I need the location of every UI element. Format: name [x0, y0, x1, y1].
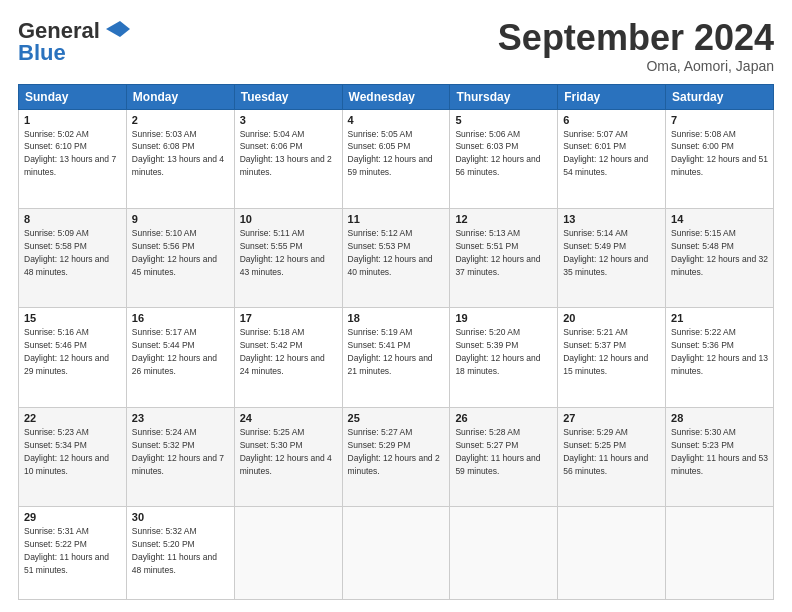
- day-number: 28: [671, 412, 768, 424]
- calendar-cell: 1 Sunrise: 5:02 AMSunset: 6:10 PMDayligh…: [19, 109, 127, 208]
- calendar-cell: 9 Sunrise: 5:10 AMSunset: 5:56 PMDayligh…: [126, 209, 234, 308]
- day-number: 6: [563, 114, 660, 126]
- header-tuesday: Tuesday: [234, 84, 342, 109]
- location: Oma, Aomori, Japan: [498, 58, 774, 74]
- day-number: 23: [132, 412, 229, 424]
- day-number: 18: [348, 312, 445, 324]
- day-info: Sunrise: 5:03 AMSunset: 6:08 PMDaylight:…: [132, 129, 224, 178]
- day-number: 10: [240, 213, 337, 225]
- day-number: 13: [563, 213, 660, 225]
- day-number: 11: [348, 213, 445, 225]
- day-number: 25: [348, 412, 445, 424]
- day-number: 8: [24, 213, 121, 225]
- day-number: 26: [455, 412, 552, 424]
- day-number: 1: [24, 114, 121, 126]
- day-info: Sunrise: 5:20 AMSunset: 5:39 PMDaylight:…: [455, 327, 540, 376]
- day-info: Sunrise: 5:15 AMSunset: 5:48 PMDaylight:…: [671, 228, 768, 277]
- calendar-cell: 16 Sunrise: 5:17 AMSunset: 5:44 PMDaylig…: [126, 308, 234, 407]
- calendar-cell: 27 Sunrise: 5:29 AMSunset: 5:25 PMDaylig…: [558, 407, 666, 506]
- calendar-cell: 14 Sunrise: 5:15 AMSunset: 5:48 PMDaylig…: [666, 209, 774, 308]
- calendar-cell: 21 Sunrise: 5:22 AMSunset: 5:36 PMDaylig…: [666, 308, 774, 407]
- svg-marker-0: [106, 21, 130, 37]
- day-info: Sunrise: 5:10 AMSunset: 5:56 PMDaylight:…: [132, 228, 217, 277]
- calendar-cell: 13 Sunrise: 5:14 AMSunset: 5:49 PMDaylig…: [558, 209, 666, 308]
- day-number: 16: [132, 312, 229, 324]
- day-info: Sunrise: 5:21 AMSunset: 5:37 PMDaylight:…: [563, 327, 648, 376]
- logo: General Blue: [18, 18, 132, 66]
- day-number: 19: [455, 312, 552, 324]
- month-title: September 2024: [498, 18, 774, 58]
- day-info: Sunrise: 5:02 AMSunset: 6:10 PMDaylight:…: [24, 129, 116, 178]
- day-info: Sunrise: 5:28 AMSunset: 5:27 PMDaylight:…: [455, 427, 540, 476]
- calendar-cell: 11 Sunrise: 5:12 AMSunset: 5:53 PMDaylig…: [342, 209, 450, 308]
- calendar-cell: [234, 507, 342, 600]
- calendar-cell: 20 Sunrise: 5:21 AMSunset: 5:37 PMDaylig…: [558, 308, 666, 407]
- calendar-cell: 15 Sunrise: 5:16 AMSunset: 5:46 PMDaylig…: [19, 308, 127, 407]
- day-info: Sunrise: 5:07 AMSunset: 6:01 PMDaylight:…: [563, 129, 648, 178]
- day-info: Sunrise: 5:30 AMSunset: 5:23 PMDaylight:…: [671, 427, 768, 476]
- calendar-cell: 23 Sunrise: 5:24 AMSunset: 5:32 PMDaylig…: [126, 407, 234, 506]
- day-info: Sunrise: 5:31 AMSunset: 5:22 PMDaylight:…: [24, 526, 109, 575]
- calendar-cell: [450, 507, 558, 600]
- calendar-cell: 29 Sunrise: 5:31 AMSunset: 5:22 PMDaylig…: [19, 507, 127, 600]
- day-number: 7: [671, 114, 768, 126]
- day-number: 27: [563, 412, 660, 424]
- day-info: Sunrise: 5:06 AMSunset: 6:03 PMDaylight:…: [455, 129, 540, 178]
- calendar-cell: 28 Sunrise: 5:30 AMSunset: 5:23 PMDaylig…: [666, 407, 774, 506]
- calendar-cell: 25 Sunrise: 5:27 AMSunset: 5:29 PMDaylig…: [342, 407, 450, 506]
- day-info: Sunrise: 5:09 AMSunset: 5:58 PMDaylight:…: [24, 228, 109, 277]
- calendar-cell: 22 Sunrise: 5:23 AMSunset: 5:34 PMDaylig…: [19, 407, 127, 506]
- logo-blue: Blue: [18, 40, 66, 66]
- calendar-cell: 24 Sunrise: 5:25 AMSunset: 5:30 PMDaylig…: [234, 407, 342, 506]
- calendar-cell: [342, 507, 450, 600]
- day-number: 29: [24, 511, 121, 523]
- day-info: Sunrise: 5:18 AMSunset: 5:42 PMDaylight:…: [240, 327, 325, 376]
- day-number: 12: [455, 213, 552, 225]
- day-number: 4: [348, 114, 445, 126]
- calendar-cell: 12 Sunrise: 5:13 AMSunset: 5:51 PMDaylig…: [450, 209, 558, 308]
- day-number: 5: [455, 114, 552, 126]
- calendar-cell: 4 Sunrise: 5:05 AMSunset: 6:05 PMDayligh…: [342, 109, 450, 208]
- day-info: Sunrise: 5:19 AMSunset: 5:41 PMDaylight:…: [348, 327, 433, 376]
- calendar-cell: 10 Sunrise: 5:11 AMSunset: 5:55 PMDaylig…: [234, 209, 342, 308]
- day-info: Sunrise: 5:16 AMSunset: 5:46 PMDaylight:…: [24, 327, 109, 376]
- calendar-table: Sunday Monday Tuesday Wednesday Thursday…: [18, 84, 774, 600]
- header-sunday: Sunday: [19, 84, 127, 109]
- calendar-cell: 7 Sunrise: 5:08 AMSunset: 6:00 PMDayligh…: [666, 109, 774, 208]
- day-number: 30: [132, 511, 229, 523]
- day-number: 22: [24, 412, 121, 424]
- logo-arrow-icon: [102, 19, 132, 39]
- calendar-cell: 18 Sunrise: 5:19 AMSunset: 5:41 PMDaylig…: [342, 308, 450, 407]
- day-number: 15: [24, 312, 121, 324]
- day-info: Sunrise: 5:22 AMSunset: 5:36 PMDaylight:…: [671, 327, 768, 376]
- weekday-header-row: Sunday Monday Tuesday Wednesday Thursday…: [19, 84, 774, 109]
- day-number: 9: [132, 213, 229, 225]
- day-info: Sunrise: 5:23 AMSunset: 5:34 PMDaylight:…: [24, 427, 109, 476]
- calendar-cell: 26 Sunrise: 5:28 AMSunset: 5:27 PMDaylig…: [450, 407, 558, 506]
- day-info: Sunrise: 5:12 AMSunset: 5:53 PMDaylight:…: [348, 228, 433, 277]
- day-info: Sunrise: 5:04 AMSunset: 6:06 PMDaylight:…: [240, 129, 332, 178]
- page: General Blue September 2024 Oma, Aomori,…: [0, 0, 792, 612]
- calendar-cell: 8 Sunrise: 5:09 AMSunset: 5:58 PMDayligh…: [19, 209, 127, 308]
- day-info: Sunrise: 5:05 AMSunset: 6:05 PMDaylight:…: [348, 129, 433, 178]
- calendar-cell: [666, 507, 774, 600]
- day-info: Sunrise: 5:11 AMSunset: 5:55 PMDaylight:…: [240, 228, 325, 277]
- calendar-cell: 17 Sunrise: 5:18 AMSunset: 5:42 PMDaylig…: [234, 308, 342, 407]
- calendar-cell: [558, 507, 666, 600]
- day-info: Sunrise: 5:29 AMSunset: 5:25 PMDaylight:…: [563, 427, 648, 476]
- calendar-cell: 3 Sunrise: 5:04 AMSunset: 6:06 PMDayligh…: [234, 109, 342, 208]
- day-info: Sunrise: 5:32 AMSunset: 5:20 PMDaylight:…: [132, 526, 217, 575]
- day-info: Sunrise: 5:17 AMSunset: 5:44 PMDaylight:…: [132, 327, 217, 376]
- header-thursday: Thursday: [450, 84, 558, 109]
- calendar-cell: 19 Sunrise: 5:20 AMSunset: 5:39 PMDaylig…: [450, 308, 558, 407]
- day-number: 14: [671, 213, 768, 225]
- header-wednesday: Wednesday: [342, 84, 450, 109]
- day-info: Sunrise: 5:14 AMSunset: 5:49 PMDaylight:…: [563, 228, 648, 277]
- calendar-cell: 6 Sunrise: 5:07 AMSunset: 6:01 PMDayligh…: [558, 109, 666, 208]
- day-number: 2: [132, 114, 229, 126]
- calendar-cell: 30 Sunrise: 5:32 AMSunset: 5:20 PMDaylig…: [126, 507, 234, 600]
- calendar-cell: 2 Sunrise: 5:03 AMSunset: 6:08 PMDayligh…: [126, 109, 234, 208]
- header-saturday: Saturday: [666, 84, 774, 109]
- header-friday: Friday: [558, 84, 666, 109]
- calendar-cell: 5 Sunrise: 5:06 AMSunset: 6:03 PMDayligh…: [450, 109, 558, 208]
